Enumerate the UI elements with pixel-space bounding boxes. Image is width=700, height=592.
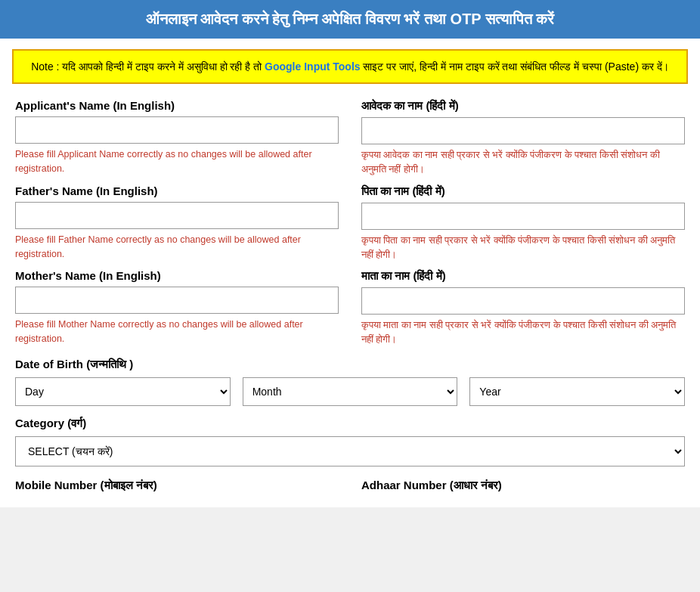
note-suffix: साइट पर जाएं, हिन्दी में नाम टाइप करें त… (361, 60, 669, 73)
header-banner: ऑनलाइन आवेदन करने हेतु निम्न अपेक्षित वि… (0, 0, 700, 39)
mother-name-hi-hint: कृपया माता का नाम सही प्रकार से भरें क्य… (361, 318, 685, 347)
applicant-name-hi-label: आवेदक का नाम (हिंदी में) (361, 99, 685, 113)
category-select[interactable]: SELECT (चयन करें) (15, 436, 685, 466)
applicant-name-en-input[interactable] (15, 116, 339, 144)
applicant-name-en-label: Applicant's Name (In English) (15, 99, 339, 112)
google-input-tools-link[interactable]: Google Input Tools (265, 60, 361, 73)
applicant-name-hi-col: आवेदक का नाम (हिंदी में) कृपया आवेदक का … (361, 99, 685, 177)
dob-section: Date of Birth (जन्मतिथि ) Day Month Year (15, 358, 685, 406)
category-section: Category (वर्ग) SELECT (चयन करें) (15, 417, 685, 479)
mother-name-row: Mother's Name (In English) Please fill M… (15, 269, 685, 347)
mother-name-en-label: Mother's Name (In English) (15, 269, 339, 282)
adhaar-label: Adhaar Number (आधार नंबर) (361, 479, 685, 492)
mother-name-hi-col: माता का नाम (हिंदी में) कृपया माता का ना… (361, 269, 685, 347)
father-name-hi-input[interactable] (361, 203, 685, 230)
father-name-row: Father's Name (In English) Please fill F… (15, 184, 685, 262)
dob-year-select[interactable]: Year (469, 377, 685, 406)
dob-row: Day Month Year (15, 377, 685, 406)
mother-name-en-hint: Please fill Mother Name correctly as no … (15, 318, 339, 346)
dob-month-select[interactable]: Month (243, 377, 458, 406)
father-name-en-input[interactable] (15, 202, 339, 229)
mother-name-en-input[interactable] (15, 287, 339, 314)
mother-name-hi-label: माता का नाम (हिंदी में) (361, 269, 685, 283)
header-title: ऑनलाइन आवेदन करने हेतु निम्न अपेक्षित वि… (146, 11, 555, 27)
applicant-name-row: Applicant's Name (In English) Please fil… (15, 99, 685, 177)
father-name-hi-hint: कृपया पिता का नाम सही प्रकार से भरें क्य… (361, 234, 685, 262)
father-name-en-label: Father's Name (In English) (15, 184, 339, 197)
dob-day-select[interactable]: Day (15, 377, 231, 406)
category-label: Category (वर्ग) (15, 417, 685, 430)
mobile-col: Mobile Number (मोबाइल नंबर) (15, 479, 339, 492)
father-name-en-hint: Please fill Father Name correctly as no … (15, 233, 339, 262)
applicant-name-en-col: Applicant's Name (In English) Please fil… (15, 99, 339, 177)
dob-label: Date of Birth (जन्मतिथि ) (15, 358, 685, 371)
mother-name-hi-input[interactable] (361, 287, 685, 315)
adhaar-col: Adhaar Number (आधार नंबर) (361, 479, 685, 492)
father-name-hi-label: पिता का नाम (हिंदी में) (361, 184, 685, 198)
mother-name-en-col: Mother's Name (In English) Please fill M… (15, 269, 339, 347)
applicant-name-hi-hint: कृपया आवेदक का नाम सही प्रकार से भरें क्… (361, 148, 685, 177)
note-banner: Note : यदि आपको हिन्दी में टाइप करने में… (12, 49, 688, 84)
mobile-label: Mobile Number (मोबाइल नंबर) (15, 479, 339, 492)
bottom-row: Mobile Number (मोबाइल नंबर) Adhaar Numbe… (15, 479, 685, 492)
applicant-name-hi-input[interactable] (361, 117, 685, 144)
page-wrapper: ऑनलाइन आवेदन करने हेतु निम्न अपेक्षित वि… (0, 0, 700, 507)
father-name-en-col: Father's Name (In English) Please fill F… (15, 184, 339, 262)
note-prefix: Note : यदि आपको हिन्दी में टाइप करने में… (31, 60, 265, 73)
father-name-hi-col: पिता का नाम (हिंदी में) कृपया पिता का ना… (361, 184, 685, 262)
applicant-name-en-hint: Please fill Applicant Name correctly as … (15, 147, 339, 176)
form-body: Applicant's Name (In English) Please fil… (0, 91, 700, 507)
